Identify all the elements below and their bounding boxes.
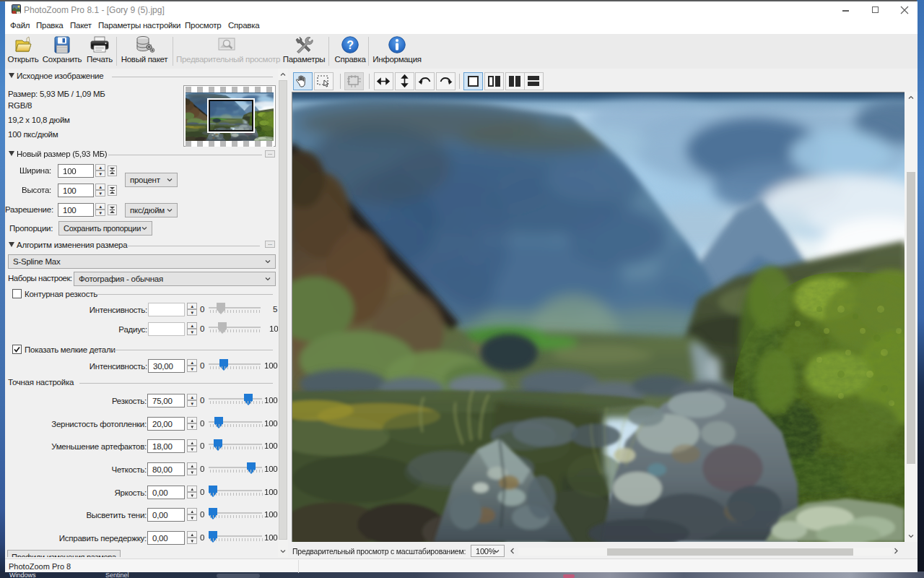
svg-text:?: ? xyxy=(346,39,353,51)
